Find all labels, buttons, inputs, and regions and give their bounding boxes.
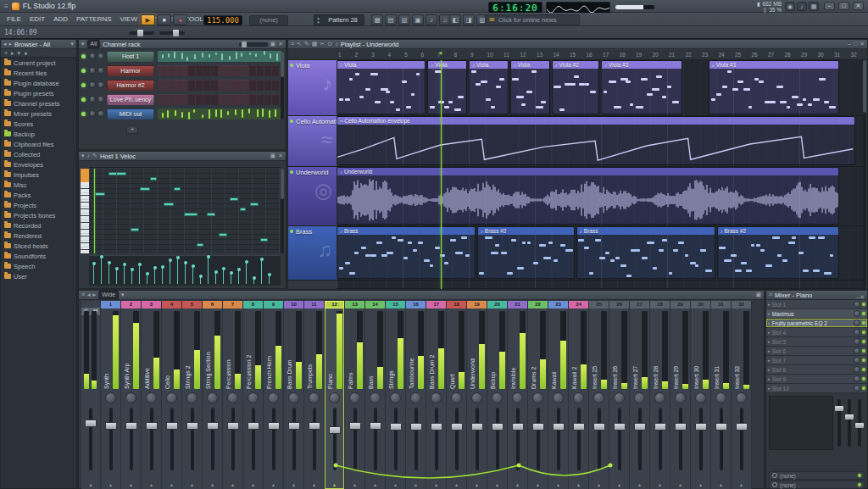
proll-detach-icon[interactable]: ▣ [270,152,276,160]
piano-roll-note[interactable] [184,213,198,216]
close-button[interactable]: ✕ [853,2,864,10]
strip-pan-knob[interactable] [166,392,177,403]
strip-fader[interactable] [516,408,520,470]
step-cell[interactable] [226,65,233,76]
piano-roll-note[interactable] [116,172,125,175]
channel-pan-knob[interactable] [89,110,96,117]
step-cell[interactable] [219,80,225,91]
step-cell[interactable] [226,80,233,91]
strip-pan-knob[interactable] [471,392,482,403]
channel-pan-knob[interactable] [89,53,96,59]
slot-enable-led[interactable] [862,368,865,371]
step-cell[interactable] [158,80,164,91]
strip-fader-handle[interactable] [736,423,748,431]
strip-fader[interactable] [476,408,479,470]
step-cell[interactable] [181,94,187,105]
velocity-stem[interactable] [269,275,270,284]
step-cell[interactable] [158,65,164,76]
menu-add[interactable]: ADD [49,15,72,23]
send-fader-handle[interactable] [845,414,854,420]
strip-fader-handle[interactable] [268,422,280,430]
mixer-next-icon[interactable]: ▸ [93,291,97,299]
send-fader-1[interactable] [837,399,841,447]
velocity-stem[interactable] [116,269,117,284]
piano-roll-ruler[interactable] [89,162,281,168]
track-enable-led[interactable] [290,64,293,67]
strip-pan-knob[interactable] [349,392,360,403]
mixer-view-drop-icon[interactable]: ▾ [121,291,125,299]
strip-fader[interactable] [333,408,337,470]
tempo-display[interactable]: 115.000 [203,15,242,25]
strip-fader[interactable] [374,408,377,470]
strip-fader[interactable] [353,408,357,470]
strip-fader[interactable] [577,408,581,470]
channel-volume-knob[interactable] [97,81,104,88]
velocity-stem[interactable] [147,274,147,284]
browser-item-soundfonts[interactable]: Soundfonts [1,251,76,261]
effect-slot-5[interactable]: ▸Slot 5 [766,337,867,347]
master-volume-handle[interactable] [173,30,179,36]
step-cell[interactable] [257,94,264,105]
step-cell[interactable] [242,80,248,91]
step-cell[interactable] [158,94,164,105]
channel-enable-led[interactable] [81,69,86,73]
piano-roll-note[interactable] [219,233,227,236]
send-fader-3[interactable] [858,399,861,447]
browser-next-icon[interactable]: ▸ [9,40,13,48]
piano-roll-note[interactable] [250,203,259,206]
velocity-stem[interactable] [192,266,193,284]
playlist-track-header-underworld[interactable]: Underworld◎ [288,167,337,226]
browser-item-plugin-presets[interactable]: Plugin presets [1,88,76,98]
channel-name-button[interactable]: Love Ph..uency [107,94,154,105]
browser-item-impulses[interactable]: Impulses [1,169,76,180]
strip-fader-handle[interactable] [471,423,483,431]
mixer-strip-18[interactable]: 18Quart▲ [447,301,467,489]
step-cell[interactable] [264,94,271,105]
playlist-track-header-cello-automation[interactable]: Cello Automation≈ [288,116,337,167]
slot-mix-knob[interactable] [854,310,860,317]
step-cell[interactable] [272,65,279,76]
browser-add-icon[interactable]: + [4,50,8,56]
playlist-menu-icon[interactable]: ≡ [291,40,294,48]
strip-fader[interactable] [130,408,133,470]
channel-name-button[interactable]: MIDI out [107,108,154,119]
channel-volume-knob[interactable] [97,53,104,59]
channel-row-host-1[interactable]: Host 1 [79,49,286,64]
cut-tool-icon[interactable]: ✂ [320,40,325,48]
strip-fader-handle[interactable] [227,422,239,430]
channel-enable-led[interactable] [81,83,86,87]
strip-pan-knob[interactable] [390,392,401,403]
menu-view[interactable]: VIEW [116,15,142,23]
proll-close-icon[interactable]: ✕ [278,152,283,160]
piano-keyboard[interactable] [81,169,89,253]
clip-viola-3[interactable]: ♪Viola #3 [601,60,682,114]
app-menu-icon[interactable]: ≡ [4,3,8,10]
fx-close-icon[interactable]: ✕ [860,294,865,300]
strip-fader-handle[interactable] [105,422,117,430]
piano-roll-note[interactable] [131,228,140,231]
strip-fader[interactable] [170,408,174,470]
mixer-strip-24[interactable]: 24Kawaii 2▲ [569,301,589,489]
strip-fader[interactable] [150,408,153,470]
pattern-spinner[interactable]: ▴▾ [314,16,322,25]
playlist-close-icon[interactable]: ✕ [860,40,865,48]
channel-name-button[interactable]: Host 1 [107,51,154,62]
strip-fader[interactable] [211,408,214,470]
strip-pan-knob[interactable] [329,392,340,403]
velocity-stem[interactable] [177,258,178,284]
slot-enable-led[interactable] [862,358,865,362]
channel-row-harmor-2[interactable]: Harmor #2 [79,78,286,92]
track-enable-led[interactable] [290,170,293,174]
step-sequencer[interactable] [158,80,279,91]
strip-fader[interactable] [679,408,682,470]
mixer-strip-15[interactable]: 15Strings▲ [386,301,406,489]
strip-fader-handle[interactable] [614,423,626,431]
strip-pan-knob[interactable] [675,392,686,403]
strip-fader-handle[interactable] [125,422,137,430]
step-cell[interactable] [196,80,203,91]
strip-fader[interactable] [598,408,601,470]
effect-slot-10[interactable]: ▸Slot 10 [766,384,867,393]
strip-fader[interactable] [496,408,499,470]
clip-cello-automation-envelope[interactable]: ≈Cello Automation envelope [337,116,855,165]
playlist-ruler[interactable]: 1234567891011121314151617181920212223242… [288,50,867,60]
